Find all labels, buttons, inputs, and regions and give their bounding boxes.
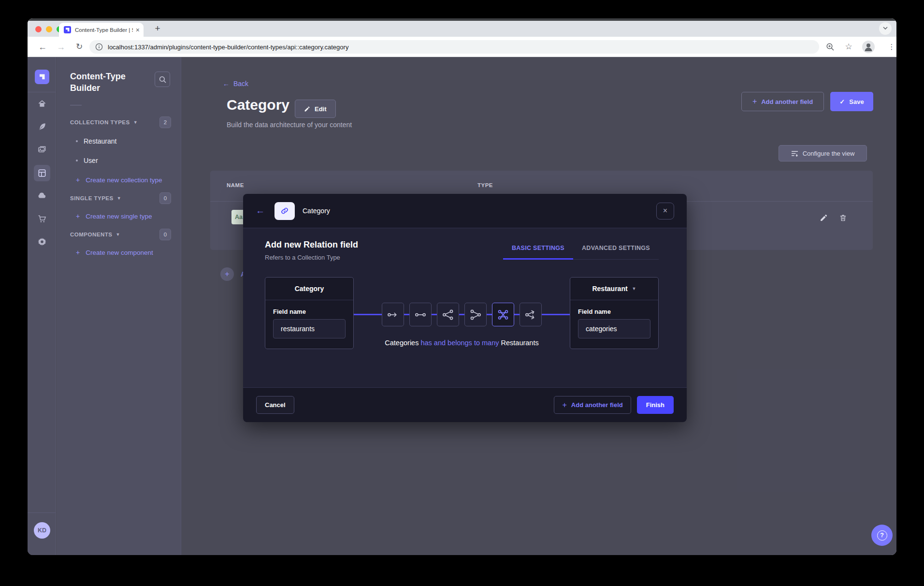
target-field-input[interactable] bbox=[578, 319, 650, 338]
relation-link-icon bbox=[274, 202, 295, 220]
browser-window: Content-Type Builder | Strapi × + ← → ↻ … bbox=[28, 18, 896, 555]
browser-toolbar: ← → ↻ localhost:1337/admin/plugins/conte… bbox=[28, 37, 896, 57]
modal-add-another-field-button[interactable]: + Add another field bbox=[554, 396, 631, 414]
finish-button[interactable]: Finish bbox=[637, 396, 674, 414]
target-collection-dropdown[interactable]: Restaurant ▼ bbox=[570, 278, 658, 300]
relation-many-to-many-icon[interactable] bbox=[492, 303, 514, 326]
target-card: Restaurant ▼ Field name bbox=[570, 277, 659, 349]
relation-one-to-one-icon[interactable] bbox=[409, 303, 432, 326]
url-text: localhost:1337/admin/plugins/content-typ… bbox=[108, 44, 348, 51]
plus-icon: + bbox=[562, 401, 566, 410]
modal-body: Add new Relation field Refers to a Colle… bbox=[243, 228, 687, 387]
new-tab-button[interactable]: + bbox=[151, 22, 164, 35]
question-mark-icon: ? bbox=[877, 530, 887, 541]
tab-advanced-settings[interactable]: ADVANCED SETTINGS bbox=[573, 243, 659, 260]
relation-many-to-one-icon[interactable] bbox=[464, 303, 487, 326]
source-field-input[interactable] bbox=[273, 319, 346, 338]
close-icon[interactable]: × bbox=[656, 203, 674, 220]
cancel-button[interactable]: Cancel bbox=[256, 396, 294, 414]
source-card: Category Field name bbox=[265, 277, 354, 349]
strapi-favicon-icon bbox=[64, 26, 71, 33]
relation-sentence: Categories has and belongs to many Resta… bbox=[354, 339, 570, 347]
tab-close-icon[interactable]: × bbox=[136, 26, 140, 34]
modal-header: ← Category × bbox=[243, 194, 687, 228]
modal-title: Category bbox=[303, 207, 330, 215]
chevron-down-icon: ▼ bbox=[632, 286, 636, 291]
modal-footer: Cancel + Add another field Finish bbox=[243, 387, 687, 422]
site-info-icon[interactable] bbox=[95, 43, 103, 51]
tab-title: Content-Type Builder | Strapi bbox=[75, 27, 133, 33]
browser-tab[interactable]: Content-Type Builder | Strapi × bbox=[59, 23, 144, 37]
address-bar[interactable]: localhost:1337/admin/plugins/content-typ… bbox=[89, 40, 819, 54]
modal-tabs: BASIC SETTINGS ADVANCED SETTINGS bbox=[503, 243, 659, 260]
traffic-light-minimize[interactable] bbox=[46, 26, 52, 32]
tab-basic-settings[interactable]: BASIC SETTINGS bbox=[503, 243, 573, 260]
zoom-magnifier-icon[interactable] bbox=[824, 37, 837, 57]
tab-search-button[interactable] bbox=[879, 22, 892, 35]
bookmark-star-icon[interactable]: ☆ bbox=[842, 37, 855, 57]
browser-profile-avatar[interactable] bbox=[862, 41, 875, 53]
modal-subheading: Refers to a Collection Type bbox=[265, 254, 358, 261]
source-card-title: Category bbox=[265, 278, 353, 300]
browser-menu-icon[interactable]: ⋮ bbox=[885, 37, 896, 57]
relation-selector: Categories has and belongs to many Resta… bbox=[354, 277, 570, 349]
help-button[interactable]: ? bbox=[871, 525, 893, 546]
modal-heading: Add new Relation field bbox=[265, 240, 358, 250]
relation-one-way-icon[interactable] bbox=[382, 303, 404, 326]
tab-strip: Content-Type Builder | Strapi × + bbox=[28, 21, 896, 37]
relation-many-way-icon[interactable] bbox=[520, 303, 542, 326]
source-field-label: Field name bbox=[273, 308, 346, 315]
modal-back-icon[interactable]: ← bbox=[256, 205, 265, 216]
target-field-label: Field name bbox=[578, 308, 650, 315]
reload-icon[interactable]: ↻ bbox=[73, 37, 86, 57]
forward-nav-icon[interactable]: → bbox=[55, 37, 67, 57]
traffic-light-close[interactable] bbox=[35, 26, 42, 32]
strapi-admin-page: KD Content-Type Builder COLLECTION TYPES… bbox=[28, 57, 896, 555]
add-relation-modal: ← Category × Add new Relation field Refe… bbox=[243, 194, 687, 422]
back-nav-icon[interactable]: ← bbox=[36, 37, 49, 57]
relation-one-to-many-icon[interactable] bbox=[437, 303, 459, 326]
